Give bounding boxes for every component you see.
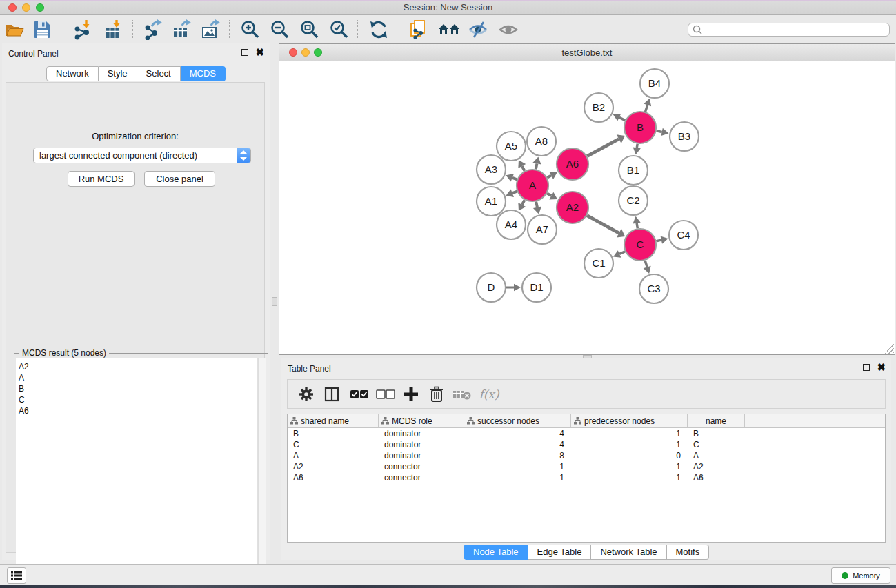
table-cell[interactable]: 1 <box>464 462 571 472</box>
mcds-result-item[interactable]: A6 <box>19 405 257 416</box>
graph-edge-A-A2[interactable] <box>547 192 557 200</box>
graph-node-C1[interactable]: C1 <box>584 249 613 278</box>
graph-edge-D-D1[interactable] <box>506 284 521 291</box>
table-cell[interactable]: A2 <box>688 462 745 472</box>
graph-node-A2[interactable]: A2 <box>557 192 588 223</box>
table-cell[interactable]: A6 <box>288 473 379 483</box>
graph-edge-A-A7[interactable] <box>533 201 541 214</box>
graph-node-D1[interactable]: D1 <box>522 273 551 302</box>
tab-edge-table[interactable]: Edge Table <box>528 545 592 560</box>
graph-node-C3[interactable]: C3 <box>639 274 668 303</box>
criterion-dropdown[interactable]: largest connected component (directed) <box>33 148 251 163</box>
column-header-shared-name[interactable]: shared name <box>288 414 379 427</box>
table-cell[interactable]: connector <box>379 473 464 483</box>
graph-node-B2[interactable]: B2 <box>584 93 613 122</box>
graph-node-A5[interactable]: A5 <box>497 132 526 161</box>
export-image-icon[interactable] <box>199 19 221 41</box>
graph-edge-A-A3[interactable] <box>506 174 517 182</box>
tab-select[interactable]: Select <box>137 66 181 81</box>
graph-node-B4[interactable]: B4 <box>640 69 669 98</box>
tab-network[interactable]: Network <box>46 66 99 81</box>
table-cell[interactable]: 1 <box>571 440 688 449</box>
tab-network-table[interactable]: Network Table <box>591 545 666 560</box>
search-input[interactable] <box>703 24 889 35</box>
add-icon[interactable] <box>401 384 421 405</box>
zoom-in-icon[interactable] <box>239 19 261 41</box>
zoom-fit-icon[interactable] <box>299 19 321 41</box>
graph-edge-A6-B[interactable] <box>587 134 625 156</box>
mcds-result-item[interactable]: B <box>19 383 257 394</box>
close-panel-icon[interactable]: ✖ <box>877 364 886 371</box>
graph-node-A3[interactable]: A3 <box>477 155 506 184</box>
graph-edge-B-B1[interactable] <box>633 144 641 155</box>
graph-edge-B-B3[interactable] <box>657 128 669 136</box>
tab-motifs[interactable]: Motifs <box>667 545 710 560</box>
graph-edge-C-C3[interactable] <box>644 261 651 274</box>
table-row[interactable]: Cdominator41C <box>288 439 885 450</box>
column-icon[interactable] <box>321 384 342 405</box>
graph-edge-A-A6[interactable] <box>547 172 557 179</box>
tab-node-table[interactable]: Node Table <box>464 545 528 560</box>
zoom-selected-icon[interactable] <box>328 19 350 41</box>
tab-style[interactable]: Style <box>99 66 137 81</box>
save-session-icon[interactable] <box>31 19 53 41</box>
table-row[interactable]: Adominator80A <box>288 450 885 461</box>
column-header-successor-nodes[interactable]: successor nodes <box>464 414 571 427</box>
graph-edge-C-C4[interactable] <box>656 236 668 244</box>
hide-style-icon[interactable] <box>467 19 489 41</box>
graph-node-C[interactable]: C <box>624 229 656 261</box>
import-table-icon[interactable] <box>101 19 123 41</box>
delete-table-icon[interactable] <box>452 384 472 405</box>
table-cell[interactable]: B <box>688 429 745 438</box>
graph-edge-A2-C[interactable] <box>587 216 625 238</box>
table-cell[interactable]: C <box>688 440 745 449</box>
graph-edge-C-C1[interactable] <box>613 250 625 257</box>
resize-grip[interactable] <box>884 344 894 354</box>
table-row[interactable]: A2connector11A2 <box>288 461 885 472</box>
table-cell[interactable]: connector <box>379 462 464 472</box>
network-canvas[interactable]: AA1A2A3A4A5A6A7A8BB1B2B3B4CC1C2C3C4DD1 <box>279 61 895 354</box>
table-cell[interactable]: A6 <box>688 473 745 483</box>
import-network-icon[interactable] <box>71 19 93 41</box>
graph-edge-B-B2[interactable] <box>613 114 626 121</box>
graph-node-B[interactable]: B <box>624 112 656 143</box>
mcds-result-item[interactable]: A2 <box>19 361 257 372</box>
function-builder-icon[interactable]: f(x) <box>479 384 499 405</box>
table-cell[interactable]: 8 <box>464 451 571 460</box>
column-header-name[interactable]: name <box>688 414 745 427</box>
export-network-icon[interactable] <box>141 19 163 41</box>
column-header-predecessor-nodes[interactable]: predecessor nodes <box>571 414 688 427</box>
graph-node-B3[interactable]: B3 <box>670 122 699 151</box>
graph-node-A[interactable]: A <box>517 170 548 201</box>
table-cell[interactable]: 4 <box>464 429 571 438</box>
graph-edge-A-A8[interactable] <box>532 157 541 170</box>
mcds-result-item[interactable]: C <box>19 394 257 405</box>
network-window-titlebar[interactable]: testGlobe.txt <box>279 44 895 61</box>
open-session-icon[interactable] <box>4 19 26 41</box>
table-cell[interactable]: A <box>288 451 379 460</box>
zoom-out-icon[interactable] <box>269 19 291 41</box>
clone-network-icon[interactable] <box>408 19 430 41</box>
table-cell[interactable]: 1 <box>571 429 688 438</box>
graph-node-A7[interactable]: A7 <box>528 215 557 244</box>
graph-edge-A-A1[interactable] <box>506 189 517 197</box>
table-cell[interactable]: 1 <box>464 473 571 483</box>
graph-node-A1[interactable]: A1 <box>477 187 506 216</box>
refresh-icon[interactable] <box>368 19 390 41</box>
table-cell[interactable]: 0 <box>571 451 688 460</box>
graph-node-A6[interactable]: A6 <box>557 148 588 180</box>
tab-mcds[interactable]: MCDS <box>181 66 226 81</box>
table-cell[interactable]: 1 <box>571 473 688 483</box>
splitter-handle[interactable] <box>272 297 277 306</box>
table-row[interactable]: A6connector11A6 <box>288 472 885 483</box>
table-cell[interactable]: 4 <box>464 440 571 449</box>
table-cell[interactable]: dominator <box>379 440 464 449</box>
table-cell[interactable]: B <box>288 429 379 438</box>
table-cell[interactable]: C <box>288 440 379 449</box>
graph-node-B1[interactable]: B1 <box>619 156 648 185</box>
search-box[interactable] <box>688 23 890 37</box>
graph-edge-A-A5[interactable] <box>518 160 526 171</box>
close-panel-icon[interactable]: ✖ <box>255 49 264 56</box>
gear-icon[interactable] <box>296 384 317 405</box>
select-all-icon[interactable] <box>349 384 370 405</box>
